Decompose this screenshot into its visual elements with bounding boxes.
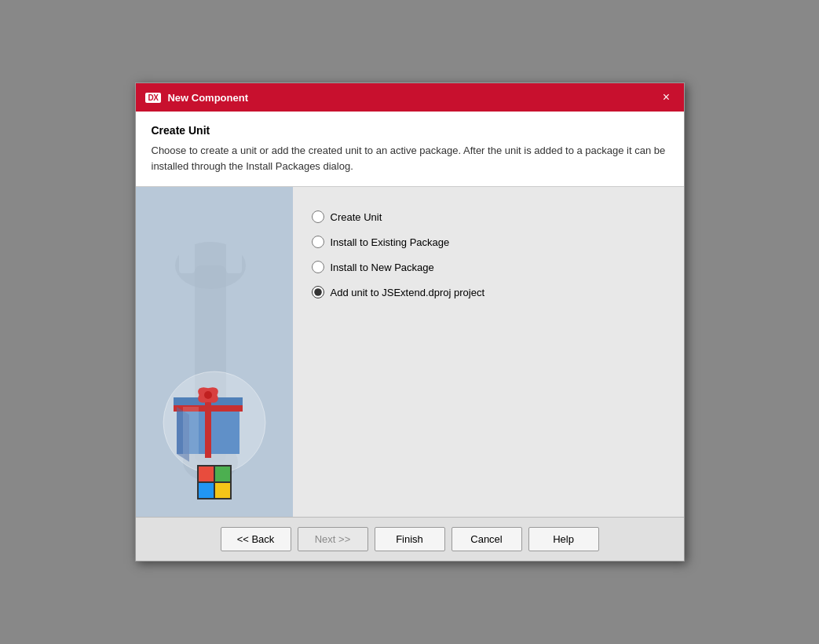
new-component-dialog: DX New Component × Create Unit Choose to… [135,82,685,562]
main-panel: Create Unit Install to Existing Package … [293,187,684,517]
radio-item-add-to-project[interactable]: Add unit to JSExtend.dproj project [312,286,665,298]
radio-create-unit-label: Create Unit [331,211,382,223]
sidebar-background [136,187,293,517]
header-title: Create Unit [152,124,668,137]
titlebar-left: DX New Component [145,92,248,104]
header-description: Choose to create a unit or add the creat… [152,143,668,174]
header-section: Create Unit Choose to create a unit or a… [136,112,684,187]
radio-install-new-label: Install to New Package [331,262,434,273]
radio-group: Create Unit Install to Existing Package … [312,210,665,298]
footer: << Back Next >> Finish Cancel Help [136,517,684,561]
sidebar-panel [136,187,293,517]
win-logo-yellow [215,483,230,498]
radio-add-to-project[interactable] [312,286,324,298]
help-button[interactable]: Help [528,527,599,551]
svg-rect-8 [205,395,211,458]
svg-rect-3 [226,242,242,273]
windows-logo-icon [197,465,232,499]
radio-create-unit[interactable] [312,210,324,223]
titlebar: DX New Component × [136,83,684,112]
radio-item-install-new[interactable]: Install to New Package [312,261,665,273]
radio-add-to-project-label: Add unit to JSExtend.dproj project [331,287,485,298]
radio-install-existing-label: Install to Existing Package [331,236,450,248]
dialog-title: New Component [167,92,248,104]
radio-item-install-existing[interactable]: Install to Existing Package [312,236,665,248]
win-logo-red [199,467,214,481]
dx-logo: DX [145,93,162,103]
win-logo-blue [199,483,214,498]
content-area: Create Unit Install to Existing Package … [136,187,684,517]
cancel-button[interactable]: Cancel [452,527,522,551]
radio-install-new[interactable] [312,261,324,273]
radio-install-existing[interactable] [312,236,324,248]
back-button[interactable]: << Back [221,527,291,551]
win-logo-green [215,467,230,481]
next-button[interactable]: Next >> [298,527,368,551]
svg-marker-14 [183,407,199,454]
finish-button[interactable]: Finish [375,527,445,551]
close-button[interactable]: × [659,90,675,105]
svg-rect-2 [179,242,195,273]
svg-point-12 [204,391,212,399]
radio-item-create-unit[interactable]: Create Unit [312,210,665,223]
